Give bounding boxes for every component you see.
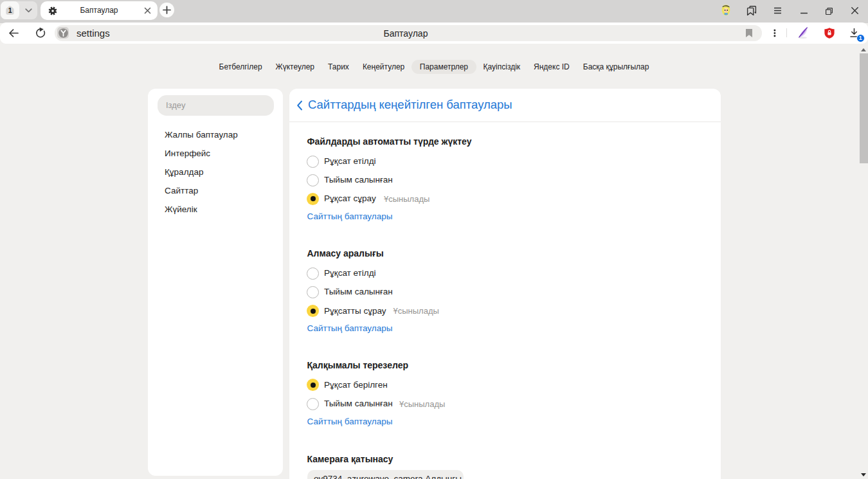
svg-text:1: 1	[8, 6, 12, 14]
